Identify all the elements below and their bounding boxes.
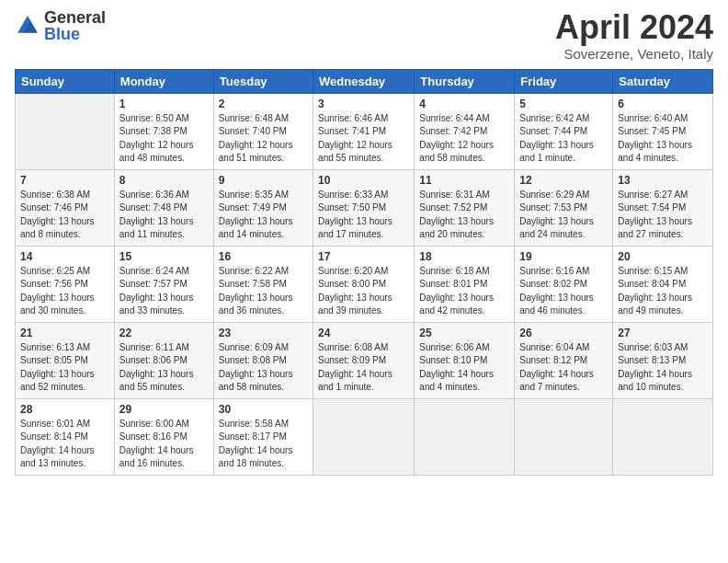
day-of-week-header: Sunday (16, 69, 115, 93)
logo-text: General Blue (44, 9, 106, 42)
calendar-table: SundayMondayTuesdayWednesdayThursdayFrid… (15, 69, 713, 476)
day-info: Sunrise: 6:11 AM Sunset: 8:06 PM Dayligh… (119, 341, 209, 395)
day-of-week-header: Saturday (613, 69, 713, 93)
calendar-cell: 26Sunrise: 6:04 AM Sunset: 8:12 PM Dayli… (515, 322, 613, 398)
calendar-cell: 29Sunrise: 6:00 AM Sunset: 8:16 PM Dayli… (114, 398, 213, 475)
day-info: Sunrise: 6:48 AM Sunset: 7:40 PM Dayligh… (219, 112, 308, 166)
day-number: 15 (119, 250, 209, 263)
day-number: 14 (20, 250, 109, 263)
calendar-cell (415, 398, 515, 475)
day-info: Sunrise: 6:46 AM Sunset: 7:41 PM Dayligh… (318, 112, 409, 166)
calendar-cell: 18Sunrise: 6:18 AM Sunset: 8:01 PM Dayli… (415, 246, 515, 322)
calendar-cell: 12Sunrise: 6:29 AM Sunset: 7:53 PM Dayli… (515, 169, 613, 246)
day-of-week-header: Wednesday (313, 69, 415, 93)
calendar-week-row: 21Sunrise: 6:13 AM Sunset: 8:05 PM Dayli… (16, 322, 713, 398)
day-number: 8 (119, 174, 209, 187)
calendar-cell: 20Sunrise: 6:15 AM Sunset: 8:04 PM Dayli… (613, 246, 713, 322)
logo-general-text: General (44, 9, 106, 26)
day-info: Sunrise: 6:13 AM Sunset: 8:05 PM Dayligh… (20, 341, 109, 395)
day-number: 27 (618, 327, 708, 339)
day-number: 28 (20, 403, 109, 416)
day-info: Sunrise: 6:35 AM Sunset: 7:49 PM Dayligh… (219, 189, 308, 242)
header: General Blue April 2024 Soverzene, Venet… (15, 9, 713, 62)
day-info: Sunrise: 6:15 AM Sunset: 8:04 PM Dayligh… (618, 265, 708, 318)
calendar-title: April 2024 (555, 9, 713, 46)
day-info: Sunrise: 5:58 AM Sunset: 8:17 PM Dayligh… (219, 418, 308, 471)
day-number: 3 (318, 98, 409, 110)
day-number: 11 (419, 174, 509, 187)
day-info: Sunrise: 6:20 AM Sunset: 8:00 PM Dayligh… (318, 265, 409, 318)
day-info: Sunrise: 6:44 AM Sunset: 7:42 PM Dayligh… (419, 112, 509, 166)
day-number: 24 (318, 327, 409, 339)
calendar-cell: 24Sunrise: 6:08 AM Sunset: 8:09 PM Dayli… (313, 322, 415, 398)
calendar-cell: 28Sunrise: 6:01 AM Sunset: 8:14 PM Dayli… (16, 398, 115, 475)
calendar-week-row: 28Sunrise: 6:01 AM Sunset: 8:14 PM Dayli… (16, 398, 713, 475)
calendar-cell: 15Sunrise: 6:24 AM Sunset: 7:57 PM Dayli… (114, 246, 213, 322)
day-info: Sunrise: 6:31 AM Sunset: 7:52 PM Dayligh… (419, 189, 509, 242)
day-number: 29 (119, 403, 209, 416)
calendar-cell: 9Sunrise: 6:35 AM Sunset: 7:49 PM Daylig… (213, 169, 313, 246)
day-number: 7 (20, 174, 109, 187)
day-info: Sunrise: 6:36 AM Sunset: 7:48 PM Dayligh… (119, 189, 209, 242)
calendar-cell: 10Sunrise: 6:33 AM Sunset: 7:50 PM Dayli… (313, 169, 415, 246)
day-number: 4 (419, 98, 509, 110)
day-info: Sunrise: 6:24 AM Sunset: 7:57 PM Dayligh… (119, 265, 209, 318)
page: General Blue April 2024 Soverzene, Venet… (0, 0, 728, 563)
day-number: 17 (318, 250, 409, 263)
calendar-week-row: 7Sunrise: 6:38 AM Sunset: 7:46 PM Daylig… (16, 169, 713, 246)
calendar-cell (613, 398, 713, 475)
calendar-cell (515, 398, 613, 475)
day-number: 23 (219, 327, 308, 339)
day-number: 21 (20, 327, 109, 339)
day-number: 16 (219, 250, 308, 263)
day-number: 25 (419, 327, 509, 339)
calendar-cell: 6Sunrise: 6:40 AM Sunset: 7:45 PM Daylig… (613, 93, 713, 169)
calendar-location: Soverzene, Veneto, Italy (555, 46, 713, 62)
calendar-cell: 2Sunrise: 6:48 AM Sunset: 7:40 PM Daylig… (213, 93, 313, 169)
day-info: Sunrise: 6:09 AM Sunset: 8:08 PM Dayligh… (219, 341, 308, 395)
calendar-cell: 17Sunrise: 6:20 AM Sunset: 8:00 PM Dayli… (313, 246, 415, 322)
day-number: 5 (519, 98, 608, 110)
day-number: 22 (119, 327, 209, 339)
day-number: 9 (219, 174, 308, 187)
day-of-week-header: Friday (515, 69, 613, 93)
calendar-cell: 30Sunrise: 5:58 AM Sunset: 8:17 PM Dayli… (213, 398, 313, 475)
day-info: Sunrise: 6:40 AM Sunset: 7:45 PM Dayligh… (618, 112, 708, 166)
day-info: Sunrise: 6:38 AM Sunset: 7:46 PM Dayligh… (20, 189, 109, 242)
calendar-cell: 5Sunrise: 6:42 AM Sunset: 7:44 PM Daylig… (515, 93, 613, 169)
day-number: 1 (119, 98, 209, 110)
calendar-cell (313, 398, 415, 475)
day-number: 18 (419, 250, 509, 263)
day-number: 20 (618, 250, 708, 263)
day-of-week-header: Monday (114, 69, 213, 93)
day-of-week-header: Tuesday (213, 69, 313, 93)
day-number: 6 (618, 98, 708, 110)
calendar-cell: 4Sunrise: 6:44 AM Sunset: 7:42 PM Daylig… (415, 93, 515, 169)
title-block: April 2024 Soverzene, Veneto, Italy (555, 9, 713, 62)
calendar-cell: 11Sunrise: 6:31 AM Sunset: 7:52 PM Dayli… (415, 169, 515, 246)
calendar-cell: 22Sunrise: 6:11 AM Sunset: 8:06 PM Dayli… (114, 322, 213, 398)
day-info: Sunrise: 6:08 AM Sunset: 8:09 PM Dayligh… (318, 341, 409, 395)
calendar-cell: 19Sunrise: 6:16 AM Sunset: 8:02 PM Dayli… (515, 246, 613, 322)
calendar-cell: 7Sunrise: 6:38 AM Sunset: 7:46 PM Daylig… (16, 169, 115, 246)
day-info: Sunrise: 6:27 AM Sunset: 7:54 PM Dayligh… (618, 189, 708, 242)
calendar-cell: 21Sunrise: 6:13 AM Sunset: 8:05 PM Dayli… (16, 322, 115, 398)
calendar-cell: 16Sunrise: 6:22 AM Sunset: 7:58 PM Dayli… (213, 246, 313, 322)
day-info: Sunrise: 6:33 AM Sunset: 7:50 PM Dayligh… (318, 189, 409, 242)
day-info: Sunrise: 6:42 AM Sunset: 7:44 PM Dayligh… (519, 112, 608, 166)
day-number: 13 (618, 174, 708, 187)
day-info: Sunrise: 6:29 AM Sunset: 7:53 PM Dayligh… (519, 189, 608, 242)
calendar-cell (16, 93, 115, 169)
day-info: Sunrise: 6:50 AM Sunset: 7:38 PM Dayligh… (119, 112, 209, 166)
logo-blue-text: Blue (44, 26, 106, 42)
logo-icon (15, 13, 40, 39)
calendar-week-row: 14Sunrise: 6:25 AM Sunset: 7:56 PM Dayli… (16, 246, 713, 322)
day-number: 19 (519, 250, 608, 263)
calendar-week-row: 1Sunrise: 6:50 AM Sunset: 7:38 PM Daylig… (16, 93, 713, 169)
calendar-cell: 8Sunrise: 6:36 AM Sunset: 7:48 PM Daylig… (114, 169, 213, 246)
day-info: Sunrise: 6:03 AM Sunset: 8:13 PM Dayligh… (618, 341, 708, 395)
calendar-cell: 25Sunrise: 6:06 AM Sunset: 8:10 PM Dayli… (415, 322, 515, 398)
day-number: 30 (219, 403, 308, 416)
calendar-cell: 14Sunrise: 6:25 AM Sunset: 7:56 PM Dayli… (16, 246, 115, 322)
day-info: Sunrise: 6:00 AM Sunset: 8:16 PM Dayligh… (119, 418, 209, 471)
